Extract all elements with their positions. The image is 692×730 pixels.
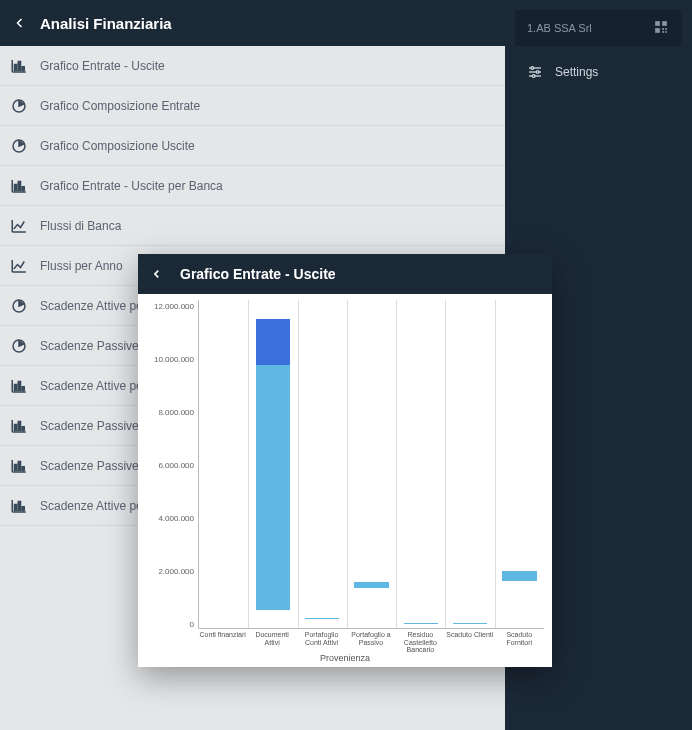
svg-rect-43 xyxy=(662,31,664,33)
svg-rect-27 xyxy=(22,426,24,430)
svg-rect-3 xyxy=(18,61,20,70)
bar xyxy=(256,319,290,628)
menu-item[interactable]: Flussi di Banca xyxy=(0,206,505,246)
x-tick-label: Portafoglio a Passivo xyxy=(346,629,395,651)
pie-chart-icon xyxy=(8,295,30,317)
bar-chart-icon xyxy=(8,455,30,477)
bar-slot xyxy=(199,300,248,628)
svg-rect-26 xyxy=(18,421,20,430)
bar-slot xyxy=(396,300,445,628)
bar-slot xyxy=(248,300,297,628)
x-tick-label: Scaduto Clienti xyxy=(445,629,494,651)
x-tick-label: Documenti Attivi xyxy=(247,629,296,651)
bar-slot xyxy=(495,300,544,628)
x-tick-label: Conti finanziari xyxy=(198,629,247,651)
svg-rect-32 xyxy=(22,466,24,470)
menu-item[interactable]: Grafico Entrate - Uscite per Banca xyxy=(0,166,505,206)
x-tick-label: Residuo Castelletto Bancario xyxy=(396,629,445,651)
svg-rect-37 xyxy=(22,506,24,510)
svg-rect-31 xyxy=(18,461,20,470)
svg-rect-10 xyxy=(18,181,20,190)
pie-chart-icon xyxy=(8,95,30,117)
qr-icon xyxy=(654,20,670,36)
y-tick: 10.000.000 xyxy=(154,355,194,364)
chart-container: 12.000.00010.000.0008.000.0006.000.0004.… xyxy=(138,294,552,667)
svg-rect-38 xyxy=(655,21,660,26)
menu-item-label: Flussi per Anno xyxy=(40,259,123,273)
svg-point-48 xyxy=(531,67,534,70)
svg-rect-20 xyxy=(15,384,17,390)
chart-dialog: Grafico Entrate - Uscite 12.000.00010.00… xyxy=(138,254,552,667)
sliders-icon xyxy=(515,64,555,80)
pie-chart-icon xyxy=(8,135,30,157)
menu-item-label: Flussi di Banca xyxy=(40,219,121,233)
dialog-header: Grafico Entrate - Uscite xyxy=(138,254,552,294)
bar xyxy=(354,582,388,628)
menu-item-label: Grafico Entrate - Uscite xyxy=(40,59,165,73)
svg-rect-25 xyxy=(15,424,17,430)
svg-rect-44 xyxy=(665,31,667,33)
bar xyxy=(453,623,487,628)
menu-item-label: Grafico Entrate - Uscite per Banca xyxy=(40,179,223,193)
dialog-back-icon[interactable] xyxy=(150,267,164,281)
bar-slot xyxy=(347,300,396,628)
bar xyxy=(404,623,438,628)
page-title: Analisi Finanziaria xyxy=(40,15,172,32)
bar-chart-icon xyxy=(8,415,30,437)
menu-item[interactable]: Grafico Composizione Entrate xyxy=(0,86,505,126)
x-tick-label: Scaduto Fornitori xyxy=(495,629,544,651)
y-tick: 8.000.000 xyxy=(158,408,194,417)
svg-rect-11 xyxy=(22,186,24,190)
x-tick-label: Portafoglio Conti Attivi xyxy=(297,629,346,651)
bar-segment xyxy=(502,571,536,581)
y-tick: 0 xyxy=(190,620,194,629)
menu-item[interactable]: Grafico Composizione Uscite xyxy=(0,126,505,166)
chart-plot xyxy=(198,300,544,629)
svg-rect-35 xyxy=(15,504,17,510)
y-tick: 6.000.000 xyxy=(158,461,194,470)
x-axis: Conti finanziariDocumenti AttiviPortafog… xyxy=(198,629,544,651)
line-chart-icon xyxy=(8,215,30,237)
y-tick: 12.000.000 xyxy=(154,302,194,311)
svg-rect-36 xyxy=(18,501,20,510)
svg-rect-9 xyxy=(15,184,17,190)
y-tick: 2.000.000 xyxy=(158,567,194,576)
line-chart-icon xyxy=(8,255,30,277)
svg-rect-40 xyxy=(655,28,660,33)
menu-item-label: Grafico Composizione Entrate xyxy=(40,99,200,113)
svg-point-50 xyxy=(532,75,535,78)
main-header: Analisi Finanziaria xyxy=(0,0,505,46)
menu-item[interactable]: Grafico Entrate - Uscite xyxy=(0,46,505,86)
svg-rect-22 xyxy=(22,386,24,390)
bar-chart-icon xyxy=(8,175,30,197)
svg-rect-41 xyxy=(662,28,664,30)
svg-rect-42 xyxy=(665,28,667,30)
pie-chart-icon xyxy=(8,335,30,357)
bar-chart-icon xyxy=(8,495,30,517)
bar-segment xyxy=(354,582,388,589)
y-axis: 12.000.00010.000.0008.000.0006.000.0004.… xyxy=(146,300,198,651)
bar-chart-icon xyxy=(8,375,30,397)
svg-point-49 xyxy=(536,71,539,74)
menu-item-label: Grafico Composizione Uscite xyxy=(40,139,195,153)
bar-segment xyxy=(256,365,290,610)
svg-rect-4 xyxy=(22,66,24,70)
settings-button[interactable]: Settings xyxy=(515,64,682,80)
bar-slot xyxy=(298,300,347,628)
y-tick: 4.000.000 xyxy=(158,514,194,523)
dialog-title: Grafico Entrate - Uscite xyxy=(180,266,336,282)
bar-chart-icon xyxy=(8,55,30,77)
svg-rect-30 xyxy=(15,464,17,470)
bar xyxy=(305,618,339,628)
x-axis-title: Provenienza xyxy=(146,651,544,663)
svg-rect-2 xyxy=(15,64,17,70)
svg-rect-21 xyxy=(18,381,20,390)
bar-segment xyxy=(256,319,290,365)
back-icon[interactable] xyxy=(12,15,28,31)
bar-slot xyxy=(445,300,494,628)
svg-rect-39 xyxy=(662,21,667,26)
company-selector[interactable]: 1.AB SSA Srl xyxy=(515,10,682,46)
bar xyxy=(502,571,536,628)
company-label: 1.AB SSA Srl xyxy=(527,22,592,34)
settings-label: Settings xyxy=(555,65,598,79)
